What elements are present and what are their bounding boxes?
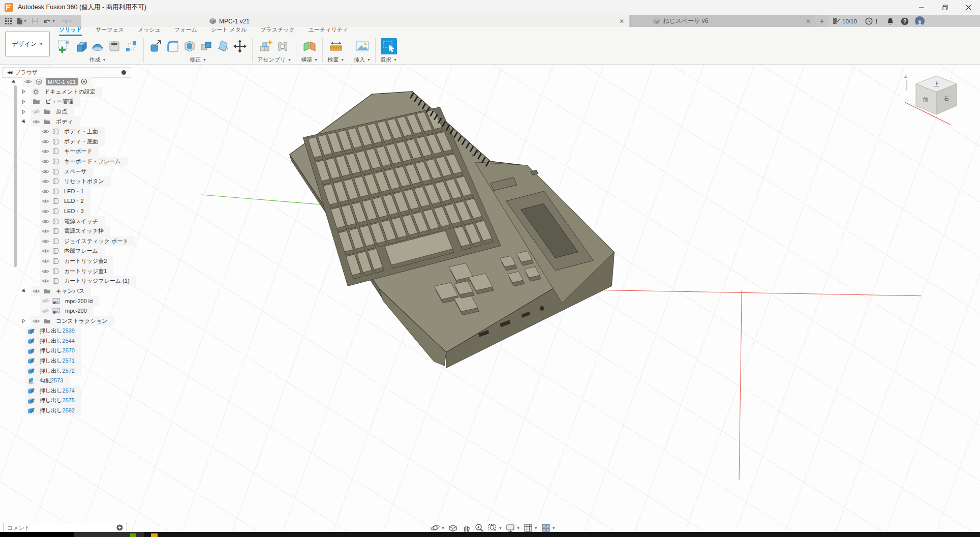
browser-tree-row[interactable]: LED・1 bbox=[2, 187, 131, 197]
browser-tree-row[interactable]: カートリッジフレーム (1) bbox=[2, 276, 131, 286]
group-label[interactable]: 作成▼ bbox=[89, 56, 106, 64]
browser-scrollbar[interactable] bbox=[14, 85, 17, 267]
account-avatar[interactable] bbox=[915, 15, 925, 27]
ribbon-tab-plastic[interactable]: プラスチック bbox=[260, 26, 295, 36]
app-grid-icon[interactable] bbox=[4, 18, 13, 24]
browser-tree-row[interactable]: ボディ・上面 bbox=[2, 127, 131, 137]
new-tab-button[interactable]: + bbox=[815, 15, 829, 27]
fillet-icon[interactable] bbox=[165, 39, 180, 54]
viewports-tool[interactable]: ▼ bbox=[541, 523, 556, 533]
visibility-off-icon[interactable] bbox=[33, 109, 40, 114]
browser-tree-row[interactable]: MPC-1 v21 bbox=[2, 77, 131, 87]
ribbon-tab-utility[interactable]: ユーティリティ bbox=[309, 26, 349, 36]
tab-close-icon[interactable]: ✕ bbox=[619, 18, 624, 24]
visibility-on-icon[interactable] bbox=[42, 178, 49, 184]
file-menu-icon[interactable]: ▼ bbox=[15, 17, 28, 25]
timeline-feature-row[interactable]: 押し出し2575 bbox=[2, 396, 131, 406]
group-label[interactable]: 選択▼ bbox=[380, 56, 397, 64]
expand-closed-icon[interactable] bbox=[21, 89, 26, 94]
viewport-canvas[interactable]: Z 上 前 右 ◀◀ ブラウザ MPC-1 v21ドキュメントの設定ビュー管理原… bbox=[0, 65, 980, 537]
visibility-on-icon[interactable] bbox=[42, 278, 49, 284]
timeline-feature-row[interactable]: 押し出し2574 bbox=[2, 385, 131, 396]
undo-icon[interactable]: ▼ bbox=[42, 18, 57, 25]
zoom-tool[interactable] bbox=[474, 523, 484, 533]
ribbon-tab-surface[interactable]: サーフェス bbox=[96, 26, 124, 36]
move-icon[interactable] bbox=[232, 39, 248, 54]
browser-tree-row[interactable]: ドキュメントの設定 bbox=[2, 87, 131, 97]
measure-icon[interactable] bbox=[328, 39, 344, 54]
help-button[interactable]: ? bbox=[901, 15, 909, 27]
browser-tree-row[interactable]: mpc-200 ld bbox=[2, 296, 131, 306]
ribbon-tab-form[interactable]: フォーム bbox=[174, 26, 197, 36]
browser-tree-row[interactable]: ボディ・底面 bbox=[2, 137, 131, 147]
timeline-feature-row[interactable]: 押し出し2570 bbox=[2, 346, 131, 356]
browser-tree-row[interactable]: キーボード bbox=[2, 146, 131, 157]
visibility-on-icon[interactable] bbox=[42, 219, 49, 224]
add-comment-icon[interactable] bbox=[116, 524, 123, 532]
orbit-tool[interactable]: ▼ bbox=[430, 523, 445, 533]
activate-component-icon[interactable] bbox=[81, 78, 87, 85]
visibility-on-icon[interactable] bbox=[42, 159, 49, 164]
workspace-selector[interactable]: デザイン ▼ bbox=[5, 32, 50, 56]
viewcube-face-right[interactable]: 右 bbox=[944, 95, 950, 101]
expand-open-icon[interactable] bbox=[11, 79, 16, 84]
edits-quota-badge[interactable]: 10/10 bbox=[833, 15, 857, 27]
browser-tree-row[interactable]: コンストラクション bbox=[2, 316, 131, 326]
close-button[interactable] bbox=[957, 0, 980, 15]
visibility-on-icon[interactable] bbox=[33, 318, 40, 324]
shell-icon[interactable] bbox=[182, 39, 197, 54]
group-label[interactable]: 挿入▼ bbox=[354, 56, 371, 64]
model-msx-computer[interactable] bbox=[290, 92, 615, 368]
browser-tree-row[interactable]: 原点 bbox=[2, 107, 131, 117]
model-viewport[interactable] bbox=[0, 65, 980, 537]
visibility-on-icon[interactable] bbox=[42, 198, 49, 204]
timeline-feature-row[interactable]: 勾配2573 bbox=[2, 376, 131, 386]
browser-header[interactable]: ◀◀ ブラウザ bbox=[2, 67, 131, 78]
browser-tree-row[interactable]: LED・2 bbox=[2, 196, 131, 206]
pattern-icon[interactable] bbox=[124, 39, 139, 54]
job-status-badge[interactable]: 1 bbox=[865, 15, 878, 27]
create-sketch-icon[interactable] bbox=[56, 39, 72, 54]
insert-canvas-icon[interactable] bbox=[355, 39, 370, 54]
expand-closed-icon[interactable] bbox=[21, 99, 26, 104]
viewcube-face-top[interactable]: 上 bbox=[934, 81, 939, 87]
visibility-on-icon[interactable] bbox=[42, 169, 49, 174]
visibility-on-icon[interactable] bbox=[42, 268, 49, 274]
extrude-icon[interactable] bbox=[73, 39, 88, 54]
expand-open-icon[interactable] bbox=[21, 288, 26, 293]
browser-tree-row[interactable]: LED・3 bbox=[2, 206, 131, 217]
browser-tree-row[interactable]: スペーサ bbox=[2, 166, 131, 176]
view-cube[interactable]: Z 上 前 右 bbox=[896, 68, 977, 130]
timeline-feature-row[interactable]: 押し出し2592 bbox=[2, 406, 131, 416]
browser-tree-row[interactable]: カートリッジ蓋1 bbox=[2, 266, 131, 276]
browser-tree-row[interactable]: 電源スイッチ枠 bbox=[2, 226, 131, 236]
visibility-off-icon[interactable] bbox=[42, 308, 49, 314]
visibility-on-icon[interactable] bbox=[24, 79, 32, 84]
browser-tree-row[interactable]: キーボード・フレーム bbox=[2, 157, 131, 167]
timeline-feature-row[interactable]: 押し出し2572 bbox=[2, 366, 131, 376]
browser-tree-row[interactable]: リセットボタン bbox=[2, 176, 131, 187]
tab-close-icon[interactable]: ✕ bbox=[806, 18, 811, 24]
visibility-on-icon[interactable] bbox=[42, 208, 49, 214]
visibility-on-icon[interactable] bbox=[33, 119, 40, 125]
maximize-button[interactable] bbox=[933, 0, 957, 15]
new-component-icon[interactable] bbox=[258, 39, 273, 54]
pan-tool[interactable] bbox=[461, 523, 471, 533]
group-label[interactable]: 修正▼ bbox=[190, 56, 206, 64]
visibility-off-icon[interactable] bbox=[42, 298, 49, 304]
timeline-feature-row[interactable]: 押し出し2571 bbox=[2, 356, 131, 366]
hole-icon[interactable] bbox=[107, 39, 122, 54]
visibility-on-icon[interactable] bbox=[42, 258, 49, 264]
combine-icon[interactable] bbox=[199, 39, 214, 54]
construction-planes-icon[interactable] bbox=[302, 39, 317, 54]
visibility-on-icon[interactable] bbox=[42, 228, 49, 234]
press-pull-icon[interactable] bbox=[148, 39, 164, 54]
ribbon-tab-solid[interactable]: ソリッド bbox=[59, 26, 82, 36]
save-icon[interactable] bbox=[30, 18, 40, 25]
visibility-on-icon[interactable] bbox=[42, 148, 49, 154]
viewcube-face-front[interactable]: 前 bbox=[923, 97, 929, 103]
ribbon-tab-sheetmetal[interactable]: シート メタル bbox=[211, 26, 247, 36]
minimize-button[interactable] bbox=[910, 0, 933, 15]
display-settings-tool[interactable]: ▼ bbox=[505, 523, 520, 533]
visibility-on-icon[interactable] bbox=[42, 238, 49, 244]
